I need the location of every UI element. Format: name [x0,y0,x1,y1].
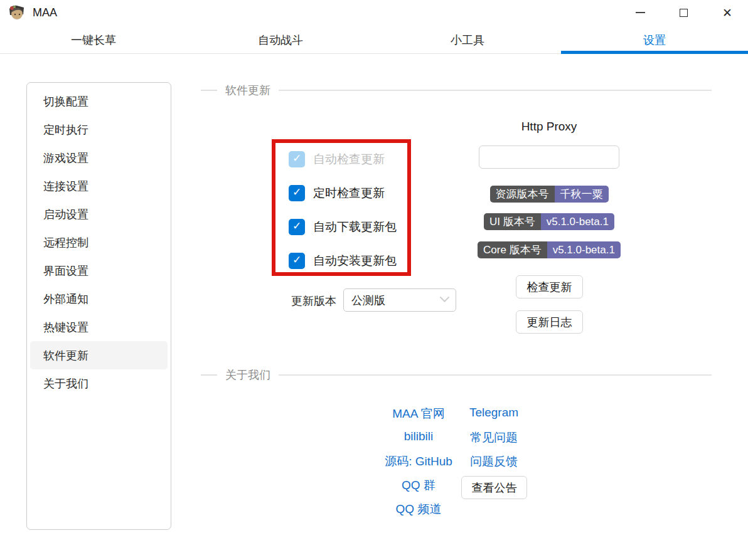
sidebar-item-hotkey-settings[interactable]: 热键设置 [30,313,168,341]
badge-key: Core 版本号 [478,241,547,258]
dropdown-value: 公测版 [351,293,385,308]
divider-line [279,90,712,91]
update-version-dropdown[interactable]: 公测版 [343,288,456,312]
http-proxy-label: Http Proxy [479,120,619,134]
link-qq-channel[interactable]: QQ 频道 [396,501,442,517]
sidebar-item-scheduled-run[interactable]: 定时执行 [30,115,168,144]
sidebar-item-software-update[interactable]: 软件更新 [30,341,168,369]
section-title: 软件更新 [225,83,270,98]
tab-farming[interactable]: 一键长草 [0,26,187,53]
tab-settings[interactable]: 设置 [561,26,748,53]
sidebar-item-ui-settings[interactable]: 界面设置 [30,256,168,285]
sidebar-item-startup-settings[interactable]: 启动设置 [30,200,168,228]
minimize-button[interactable] [629,3,651,22]
link-telegram[interactable]: Telegram [469,406,518,420]
tab-bar: 一键长草 自动战斗 小工具 设置 [0,26,748,54]
link-faq[interactable]: 常见问题 [470,430,518,446]
section-title: 关于我们 [225,367,270,383]
link-github-source[interactable]: 源码: GitHub [385,453,452,470]
sidebar-item-about-us[interactable]: 关于我们 [30,369,168,398]
settings-sidebar: 切换配置 定时执行 游戏设置 连接设置 启动设置 远程控制 界面设置 外部通知 … [26,82,171,530]
view-announcement-button[interactable]: 查看公告 [461,476,527,499]
changelog-button[interactable]: 更新日志 [516,310,583,334]
badge-value: v5.1.0-beta.1 [547,241,621,258]
checkbox-label: 自动检查更新 [313,151,385,167]
core-version-row: Core 版本号 v5.1.0-beta.1 [329,241,748,258]
maximize-button[interactable] [673,3,694,22]
badge-value: v5.1.0-beta.1 [541,213,614,230]
link-qq-group[interactable]: QQ 群 [402,477,435,494]
update-version-label: 更新版本 [291,293,336,309]
divider-line [279,374,712,376]
badge-key: UI 版本号 [484,213,541,230]
check-icon: ✓ [292,221,301,231]
window-title: MAA [33,6,57,19]
check-icon: ✓ [292,187,301,198]
resource-version-row: 资源版本号 千秋一粟 [329,186,748,203]
badge-value: 千秋一粟 [555,186,609,203]
title-bar: MAA ✕ [0,0,748,26]
sidebar-item-external-notification[interactable]: 外部通知 [30,285,168,313]
sidebar-item-connection-settings[interactable]: 连接设置 [30,172,168,200]
close-button[interactable]: ✕ [717,3,738,22]
section-header-about-us: 关于我们 [201,369,712,381]
link-bilibili[interactable]: bilibili [404,430,433,443]
divider-dash [201,90,217,91]
sidebar-item-game-settings[interactable]: 游戏设置 [30,144,168,172]
tab-auto-battle[interactable]: 自动战斗 [187,26,374,53]
http-proxy-input[interactable] [479,145,619,169]
checkbox-scheduled-check-update[interactable]: ✓ [289,185,305,201]
chevron-down-icon [440,292,450,302]
check-icon: ✓ [292,153,301,164]
ui-version-badge: UI 版本号 v5.1.0-beta.1 [484,213,614,230]
divider-dash [201,374,217,376]
checkbox-auto-download-package[interactable]: ✓ [289,219,305,235]
checkbox-row-auto-check-update: ✓ 自动检查更新 [289,151,385,167]
link-issue-feedback[interactable]: 问题反馈 [470,453,518,470]
badge-key: 资源版本号 [490,186,555,203]
resource-version-badge: 资源版本号 千秋一粟 [490,186,609,203]
app-icon [9,5,24,21]
maa-settings-window: { "window": { "title": "MAA", "controls"… [0,0,748,560]
section-header-software-update: 软件更新 [201,84,712,97]
close-icon: ✕ [722,7,732,19]
link-maa-website[interactable]: MAA 官网 [392,406,444,422]
minimize-icon [636,12,645,13]
tab-tools[interactable]: 小工具 [374,26,561,53]
sidebar-item-remote-control[interactable]: 远程控制 [30,228,168,256]
sidebar-item-switch-config[interactable]: 切换配置 [30,87,168,115]
ui-version-row: UI 版本号 v5.1.0-beta.1 [329,213,748,230]
check-update-button[interactable]: 检查更新 [516,275,583,298]
checkbox-auto-install-package[interactable]: ✓ [289,253,305,269]
maximize-icon [680,9,688,17]
core-version-badge: Core 版本号 v5.1.0-beta.1 [478,241,621,258]
checkbox-auto-check-update[interactable]: ✓ [289,151,305,167]
check-icon: ✓ [292,255,301,265]
